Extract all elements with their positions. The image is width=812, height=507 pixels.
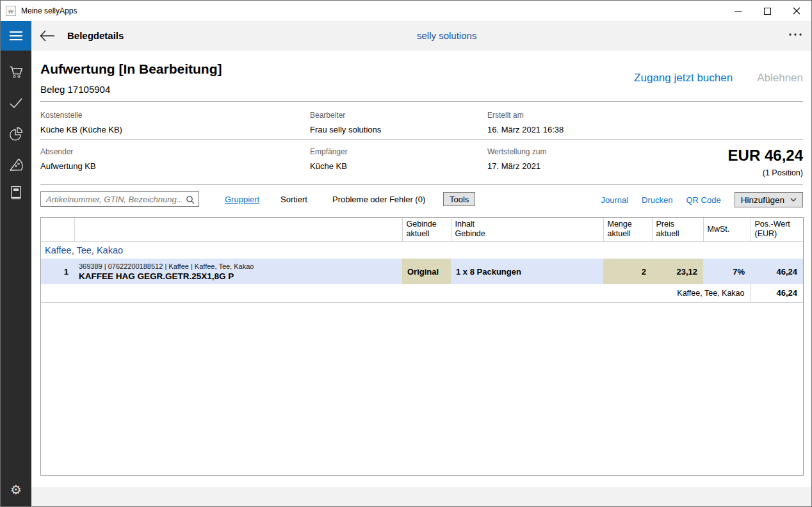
- titlebar: w Meine sellyApps: [1, 1, 811, 21]
- article-name: KAFFEE HAG GEGR.GETR.25X1,8G P: [79, 271, 402, 281]
- field-label: Empfänger: [310, 147, 348, 156]
- positions-table: Gebinde aktuell Inhalt Gebinde Menge akt…: [40, 217, 804, 476]
- book-entry-link[interactable]: Zugang jetzt buchen: [634, 72, 733, 84]
- group-header-row[interactable]: Kaffee, Tee, Kakao: [41, 241, 803, 259]
- page-title: Belegdetails: [67, 30, 124, 41]
- table-header-row: Gebinde aktuell Inhalt Gebinde Menge akt…: [41, 218, 803, 241]
- group-label: Kaffee, Tee, Kakao: [41, 241, 803, 259]
- minimize-button[interactable]: [723, 1, 752, 21]
- field-wertstellung: Wertstellung zum 17. März 2021: [487, 147, 546, 171]
- summary-value: 46,24: [751, 284, 803, 302]
- app-window: w Meine sellyApps: [0, 0, 812, 507]
- toolbar-right: Journal Drucken QR Code Hinzufügen: [601, 191, 803, 208]
- search-icon: [186, 195, 195, 204]
- footer-strip: [31, 487, 811, 506]
- pizza-slice-icon: [8, 157, 24, 172]
- content-area: Aufwertung [In Bearbeitung] Beleg 171059…: [31, 51, 811, 487]
- col-header-mwst: MwSt.: [703, 218, 751, 241]
- sidebar: ⚙: [1, 21, 31, 506]
- divider: [40, 184, 803, 185]
- app-icon: w: [6, 6, 16, 16]
- appbar: Belegdetails selly solutions: [31, 21, 811, 51]
- field-value: Frau selly solutions: [310, 125, 381, 134]
- col-header-inhalt: Inhalt Gebinde: [451, 218, 603, 241]
- field-value: Aufwertung KB: [40, 161, 96, 171]
- row-position: 1: [41, 259, 74, 284]
- total-amount: EUR 46,24: [728, 147, 803, 165]
- col-header-menge: Menge aktuell: [603, 218, 652, 241]
- cell-inhalt-gebinde: 1 x 8 Packungen: [451, 259, 603, 284]
- sidebar-item-journal[interactable]: [1, 179, 31, 207]
- window-title: Meine sellyApps: [21, 6, 77, 15]
- field-label: Kostenstelle: [40, 111, 122, 120]
- field-value: 16. März 2021 16:38: [487, 125, 564, 134]
- hinzufuegen-button[interactable]: Hinzufügen: [735, 192, 803, 207]
- position-count: (1 Position): [728, 168, 803, 177]
- hinzufuegen-label: Hinzufügen: [741, 195, 784, 205]
- table-empty-space: [41, 302, 803, 475]
- document-title: Aufwertung [In Bearbeitung]: [40, 61, 222, 77]
- search-input[interactable]: [41, 192, 199, 206]
- group-summary-row: Kaffee, Tee, Kakao 46,24: [41, 284, 803, 302]
- field-absender: Absender Aufwertung KB: [40, 147, 96, 171]
- close-icon: [793, 7, 800, 15]
- sidebar-item-settings[interactable]: ⚙: [1, 477, 31, 503]
- field-empfaenger: Empfänger Küche KB: [310, 147, 348, 171]
- search-box: [40, 191, 199, 207]
- more-button[interactable]: [788, 33, 802, 36]
- pie-chart-icon: [8, 126, 24, 141]
- col-header-pos: [41, 218, 74, 241]
- field-bearbeiter: Bearbeiter Frau selly solutions: [310, 111, 381, 134]
- cell-pos-wert: 46,24: [751, 259, 803, 284]
- cell-preis-aktuell[interactable]: 23,12: [652, 259, 703, 284]
- journal-link[interactable]: Journal: [601, 195, 628, 205]
- document-number: Beleg 17105904: [40, 84, 110, 95]
- tools-button[interactable]: Tools: [443, 192, 475, 206]
- sidebar-item-reports[interactable]: [1, 120, 31, 148]
- sidebar-item-tasks[interactable]: [1, 89, 31, 117]
- cell-mwst: 7%: [703, 259, 751, 284]
- brand-title: selly solutions: [417, 30, 476, 41]
- maximize-button[interactable]: [752, 1, 782, 21]
- gruppiert-link[interactable]: Gruppiert: [225, 195, 259, 204]
- check-icon: [9, 97, 23, 109]
- window-controls: [723, 1, 811, 21]
- hamburger-menu-icon: [10, 31, 22, 40]
- cart-icon: [8, 65, 24, 79]
- settings-gear-icon: ⚙: [10, 483, 22, 496]
- cell-menge-aktuell[interactable]: 2: [603, 259, 652, 284]
- document-total: EUR 46,24 (1 Position): [728, 147, 803, 177]
- chevron-down-icon: [790, 198, 797, 202]
- drucken-link[interactable]: Drucken: [642, 195, 672, 205]
- col-header-poswert: Pos.-Wert (EUR): [751, 218, 803, 241]
- qr-code-link[interactable]: QR Code: [686, 195, 720, 205]
- field-label: Erstellt am: [487, 111, 564, 120]
- minimize-icon: [735, 8, 742, 15]
- field-erstellt-am: Erstellt am 16. März 2021 16:38: [487, 111, 564, 134]
- field-value: Küche KB: [310, 161, 348, 171]
- back-button[interactable]: [40, 29, 56, 43]
- row-article: 369389 | 07622200188512 | Kaffee | Kaffe…: [74, 259, 402, 284]
- close-button[interactable]: [782, 1, 811, 21]
- divider: [40, 139, 803, 140]
- table-row[interactable]: 1 369389 | 07622200188512 | Kaffee | Kaf…: [41, 259, 803, 284]
- maximize-icon: [764, 8, 771, 15]
- summary-label: Kaffee, Tee, Kakao: [41, 284, 751, 302]
- field-label: Bearbeiter: [310, 111, 381, 120]
- journal-book-icon: [10, 185, 22, 200]
- back-arrow-icon: [40, 30, 55, 42]
- sidebar-item-menu[interactable]: [1, 150, 31, 179]
- cell-gebinde-aktuell[interactable]: Original: [402, 259, 451, 284]
- probleme-link[interactable]: Probleme oder Fehler (0): [332, 195, 425, 204]
- field-label: Wertstellung zum: [487, 147, 546, 156]
- sortiert-link[interactable]: Sortiert: [280, 195, 307, 204]
- field-label: Absender: [40, 147, 96, 156]
- hamburger-menu-button[interactable]: [1, 21, 31, 51]
- sidebar-item-cart[interactable]: [1, 58, 31, 86]
- col-header-preis: Preis aktuell: [652, 218, 703, 241]
- col-header-artikel: [74, 218, 402, 241]
- reject-link[interactable]: Ablehnen: [757, 72, 803, 84]
- field-value: Küche KB (Küche KB): [40, 125, 122, 134]
- divider: [40, 101, 803, 102]
- ellipsis-icon: [788, 33, 802, 36]
